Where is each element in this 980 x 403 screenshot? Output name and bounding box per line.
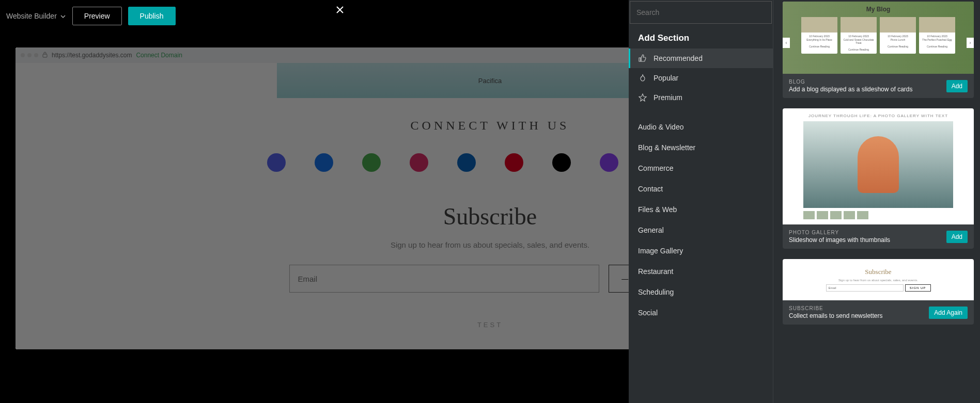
add-blog-button[interactable]: Add bbox=[946, 80, 968, 92]
gallery-preview[interactable]: JOURNEY THROUGH LIFE: A PHOTO GALLERY WI… bbox=[783, 108, 974, 224]
fire-icon bbox=[638, 73, 647, 83]
sub-prev-title: Subscribe bbox=[865, 268, 891, 276]
cat-blog-newsletter[interactable]: Blog & Newsletter bbox=[629, 137, 773, 158]
post-title: The Perfect Poached Egg bbox=[921, 38, 953, 42]
close-panel-button[interactable] bbox=[332, 2, 348, 18]
tab-popular[interactable]: Popular bbox=[629, 68, 773, 88]
preview-button[interactable]: Preview bbox=[72, 7, 122, 25]
sub-prev-sub: Sign up to hear from us about specials, … bbox=[838, 279, 918, 282]
cat-restaurant[interactable]: Restaurant bbox=[629, 261, 773, 282]
tab-label: Popular bbox=[654, 74, 678, 82]
add-section-panel: Add Section Recommended Popular Premium … bbox=[629, 0, 980, 403]
tab-label: Recommended bbox=[654, 54, 703, 62]
add-subscribe-button[interactable]: Add Again bbox=[929, 307, 968, 319]
cat-contact[interactable]: Contact bbox=[629, 179, 773, 199]
star-icon bbox=[638, 93, 647, 102]
post-title: Everything In Its Place bbox=[803, 38, 835, 42]
cat-commerce[interactable]: Commerce bbox=[629, 158, 773, 179]
card-category: SUBSCRIBE bbox=[789, 305, 882, 311]
read-more: Continue Reading bbox=[921, 45, 953, 49]
gallery-thumb bbox=[830, 211, 842, 219]
tab-premium[interactable]: Premium bbox=[629, 88, 773, 107]
sub-prev-email bbox=[826, 284, 904, 292]
search-input[interactable] bbox=[630, 1, 772, 24]
app-title[interactable]: Website Builder bbox=[6, 12, 66, 20]
post-title: Cold and Sweet Chocolate Treat bbox=[843, 38, 875, 45]
panel-title: Add Section bbox=[629, 25, 773, 49]
read-more: Continue Reading bbox=[803, 45, 835, 49]
gallery-thumb bbox=[803, 211, 815, 219]
template-card-blog: My Blog ‹ › 10 February 2023Everything I… bbox=[783, 2, 974, 98]
add-gallery-button[interactable]: Add bbox=[946, 231, 968, 243]
thumb-up-icon bbox=[638, 54, 647, 63]
publish-button[interactable]: Publish bbox=[128, 7, 176, 25]
tab-recommended[interactable]: Recommended bbox=[629, 49, 773, 68]
template-card-subscribe: Subscribe Sign up to hear from us about … bbox=[783, 259, 974, 325]
cat-files-web[interactable]: Files & Web bbox=[629, 199, 773, 220]
category-list: Audio & Video Blog & Newsletter Commerce… bbox=[629, 117, 773, 323]
cat-social[interactable]: Social bbox=[629, 302, 773, 323]
blog-preview-title: My Blog bbox=[783, 2, 974, 17]
gallery-thumb bbox=[844, 211, 855, 219]
read-more: Continue Reading bbox=[882, 45, 914, 49]
chevron-down-icon bbox=[60, 13, 66, 19]
cat-image-gallery[interactable]: Image Gallery bbox=[629, 240, 773, 261]
cat-audio-video[interactable]: Audio & Video bbox=[629, 117, 773, 137]
blog-preview[interactable]: My Blog ‹ › 10 February 2023Everything I… bbox=[783, 2, 974, 74]
card-category: BLOG bbox=[789, 79, 912, 85]
subscribe-preview[interactable]: Subscribe Sign up to hear from us about … bbox=[783, 259, 974, 300]
filter-tabs: Recommended Popular Premium bbox=[629, 49, 773, 107]
gallery-thumb bbox=[857, 211, 868, 219]
read-more: Continue Reading bbox=[843, 48, 875, 52]
card-category: PHOTO GALLERY bbox=[789, 230, 890, 235]
post-title: Picnic Lunch bbox=[882, 38, 914, 42]
card-description: Slideshow of images with thumbnails bbox=[789, 236, 890, 244]
card-description: Collect emails to send newsletters bbox=[789, 312, 882, 319]
cat-scheduling[interactable]: Scheduling bbox=[629, 282, 773, 302]
gallery-thumb bbox=[817, 211, 828, 219]
gallery-preview-title: JOURNEY THROUGH LIFE: A PHOTO GALLERY WI… bbox=[788, 114, 969, 118]
cat-general[interactable]: General bbox=[629, 220, 773, 240]
sub-prev-btn: SIGN UP bbox=[905, 284, 931, 292]
tab-label: Premium bbox=[654, 93, 682, 102]
app-title-text: Website Builder bbox=[6, 12, 57, 20]
section-templates: My Blog ‹ › 10 February 2023Everything I… bbox=[773, 0, 980, 403]
panel-sidebar: Add Section Recommended Popular Premium … bbox=[629, 0, 773, 403]
card-description: Add a blog displayed as a slideshow of c… bbox=[789, 86, 912, 93]
template-card-gallery: JOURNEY THROUGH LIFE: A PHOTO GALLERY WI… bbox=[783, 108, 974, 249]
